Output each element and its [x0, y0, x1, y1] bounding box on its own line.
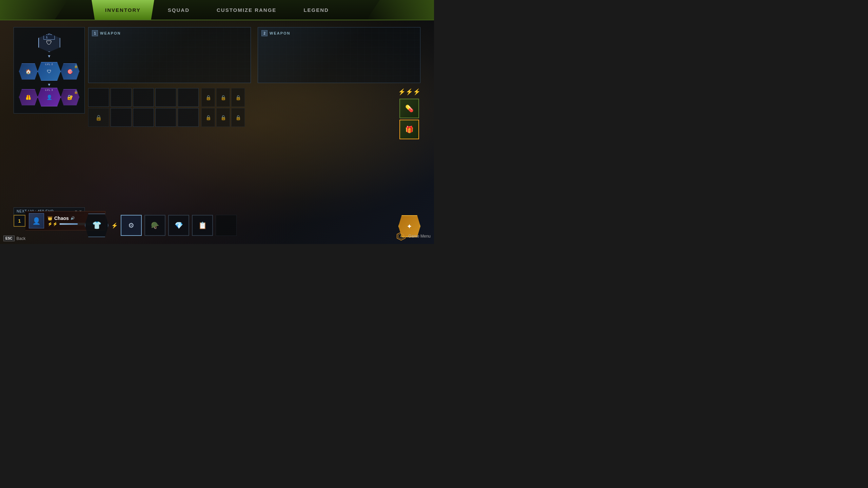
evo-icon-armor: 🦺 — [25, 95, 31, 100]
tab-inventory[interactable]: INVENTORY — [92, 0, 154, 20]
evo-arrow-2: ▼ — [19, 82, 79, 87]
tab-squad-label: SQUAD — [168, 7, 190, 13]
tab-legend[interactable]: LEGEND — [290, 0, 342, 20]
tab-squad[interactable]: SQUAD — [154, 0, 203, 20]
game-menu: G Game Menu — [396, 231, 431, 241]
lock-cell-2-1: 🔒 — [201, 108, 215, 127]
evo-shield-panel: LVL 1 🛡 ▼ 🏠 LVL 2 🛡 🔒 🎯 ▼ — [14, 27, 85, 114]
evo-item-1-left[interactable]: 🏠 — [19, 63, 38, 80]
evo-icon-person: 👤 — [46, 95, 52, 100]
inv-slot-2-3[interactable] — [133, 108, 154, 127]
shield-icon: 🛡 — [46, 39, 52, 46]
inv-slot-1-2[interactable] — [111, 88, 132, 107]
loadout-slot-1[interactable]: ⚙ — [121, 215, 142, 236]
weapon-1-label: 1 WEAPON — [92, 30, 121, 36]
lock-cell-1-2: 🔒 — [216, 88, 230, 107]
loadout-slot-3[interactable]: 💎 — [168, 215, 189, 236]
loadout-slot-1-icon: ⚙ — [128, 221, 134, 229]
loadout-slot-3-icon: 💎 — [175, 221, 183, 229]
back-label: Back — [17, 236, 26, 241]
inventory-row-1: 🔒 🔒 🔒 — [88, 88, 420, 107]
weapon-1-number: 1 — [92, 30, 98, 36]
evo-item-1-right[interactable]: 🔒 🎯 — [61, 63, 79, 80]
ammo-bullets-icon: ⚡⚡⚡ — [398, 88, 420, 96]
ammo-icon-small: ⚡⚡ — [47, 222, 58, 226]
lock-icon-1: 🔒 — [74, 64, 78, 68]
inv-slot-1-4[interactable] — [155, 88, 176, 107]
evo-icon-target: 🎯 — [67, 69, 73, 74]
corner-decoration-right — [366, 0, 434, 20]
loadout-bar: 👕 ⚡ ⚙ 🪖 💎 📋 — [85, 214, 403, 237]
player-avatar: 👤 — [29, 213, 44, 228]
ammo-slot-2[interactable]: 🎁 — [399, 120, 419, 139]
ammo-slot-1[interactable]: 💊 — [399, 99, 419, 118]
gamer-logo-svg: G — [396, 231, 406, 241]
weapon-slot-2[interactable]: 2 WEAPON — [258, 27, 420, 83]
lock-cell-icon-1-2: 🔒 — [220, 95, 226, 100]
player-name: Chaos — [54, 216, 69, 221]
evo-icon-home: 🏠 — [25, 69, 31, 74]
weapon-1-text: WEAPON — [100, 31, 121, 35]
lock-cell-icon-2-2: 🔒 — [220, 115, 226, 120]
gamer-menu-icon: G — [396, 231, 406, 241]
player-avatar-icon: 👤 — [32, 217, 41, 225]
lock-cell-icon-1-3: 🔒 — [235, 95, 241, 100]
inv-slot-2-1[interactable] — [88, 108, 109, 127]
loadout-slot-4-icon: 📋 — [198, 221, 207, 229]
weapon-slot-1[interactable]: 1 WEAPON — [88, 27, 251, 83]
weapon-slots: 1 WEAPON 2 WEAPON — [88, 27, 420, 83]
loadout-main-slot[interactable]: 👕 — [85, 214, 108, 237]
evo-icon-lock: 🔐 — [67, 95, 73, 100]
svg-text:G: G — [400, 235, 402, 238]
shield-arrow-down: ▼ — [47, 54, 51, 59]
game-menu-label[interactable]: Game Menu — [408, 234, 431, 239]
craft-icon: ✦ — [407, 222, 412, 230]
loadout-slot-5-empty[interactable] — [216, 215, 237, 236]
inv-slot-1-3[interactable] — [133, 88, 154, 107]
lock-cell-1-3: 🔒 — [231, 88, 245, 107]
ammo-slot-1-icon: 💊 — [405, 104, 414, 113]
shield-level-badge: LVL 1 — [43, 32, 55, 40]
evo-icon-shield: 🛡 — [47, 69, 52, 74]
corner-decoration-left — [0, 0, 68, 20]
level-bar-fill — [60, 223, 78, 225]
evo-item-2-center[interactable]: LVL 3 👤 — [38, 88, 61, 106]
top-navigation: INVENTORY SQUAD CUSTOMIZE RANGE LEGEND — [0, 0, 434, 20]
tab-customize-range[interactable]: CUSTOMIZE RANGE — [203, 0, 290, 20]
loadout-slot-2[interactable]: 🪖 — [144, 215, 165, 236]
lock-cell-icon-2-1: 🔒 — [205, 115, 211, 120]
evo-shield-header: LVL 1 🛡 ▼ — [19, 33, 79, 59]
tab-legend-label: LEGEND — [303, 7, 329, 13]
inventory-grid-area: 🔒 🔒 🔒 🔒 🔒 🔒 — [88, 88, 420, 127]
weapon-2-number: 2 — [261, 30, 268, 36]
evo-level-3: LVL 3 — [45, 89, 53, 91]
lock-cell-icon-1-1: 🔒 — [205, 95, 211, 100]
inv-slot-2-2[interactable] — [111, 108, 132, 127]
lock-cell-2-2: 🔒 — [216, 108, 230, 127]
evo-item-2-right[interactable]: 🔒 🔐 — [61, 89, 79, 105]
sound-icon: 🔊 — [71, 216, 75, 220]
inv-slot-2-5[interactable] — [178, 108, 199, 127]
inv-slot-1-5[interactable] — [178, 88, 199, 107]
inv-row-1-locks: 🔒 🔒 🔒 — [201, 88, 245, 107]
main-content: LVL 1 🛡 ▼ 🏠 LVL 2 🛡 🔒 🎯 ▼ — [0, 20, 434, 244]
loadout-slot-2-icon: 🪖 — [151, 221, 159, 229]
weapon-2-text: WEAPON — [270, 31, 291, 35]
inv-slot-2-4[interactable] — [155, 108, 176, 127]
inventory-row-2: 🔒 🔒 🔒 — [88, 108, 420, 127]
evo-item-2-left[interactable]: 🦺 — [19, 89, 38, 105]
lock-cell-icon-2-3: 🔒 — [235, 115, 241, 120]
esc-key[interactable]: ESC — [3, 236, 15, 241]
evo-item-1-center[interactable]: LVL 2 🛡 — [38, 62, 61, 81]
evo-row-2: 🦺 LVL 3 👤 🔒 🔐 — [19, 88, 79, 106]
loadout-swap-icon: ⚡ — [111, 222, 118, 229]
inv-slot-1-1[interactable] — [88, 88, 109, 107]
player-level-number: 1 — [18, 218, 21, 224]
crown-icon: 👑 — [47, 216, 53, 221]
inventory-grid: 🔒 🔒 🔒 🔒 🔒 🔒 — [88, 88, 420, 127]
tab-customize-range-label: CUSTOMIZE RANGE — [217, 7, 276, 13]
lock-cell-1-1: 🔒 — [201, 88, 215, 107]
esc-back: ESC Back — [3, 236, 25, 241]
shield-hexagon: LVL 1 🛡 — [38, 34, 60, 52]
loadout-slot-4[interactable]: 📋 — [192, 215, 213, 236]
